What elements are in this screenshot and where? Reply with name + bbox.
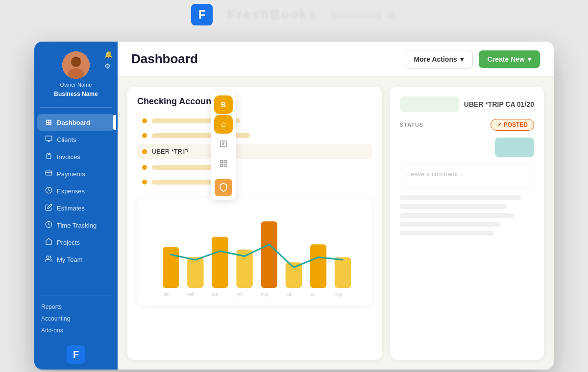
sidebar-item-time-tracking[interactable]: Time Tracking [37,217,115,233]
chart-bar [310,244,326,288]
sidebar-item-label: Estimates [57,205,85,212]
header-actions: More Actions ▾ Create New ▾ [405,50,540,69]
dashboard-content: Checking Account [127,87,544,360]
sidebar-item-clients[interactable]: Clients [37,131,115,148]
chart-label: Aug [335,292,342,297]
sidebar-item-my-team[interactable]: My Team [37,251,115,268]
transaction-item[interactable] [137,129,372,142]
chart-bar [261,221,277,288]
teal-block [495,138,534,157]
projects-icon [44,238,53,247]
chart-label: Feb [187,292,195,297]
chart-label: Mar [212,292,219,297]
chart-label: Jan [163,292,170,297]
app-name-blurred: FreshBooks [227,7,317,23]
status-row: STATUS ✓ POSTED [400,119,534,131]
detail-row [400,231,494,235]
notification-icon[interactable]: 🔔 [104,50,113,58]
transaction-dot [142,180,147,185]
transaction-label: UBER *TRIP [152,148,188,155]
chart-bar [212,237,228,288]
transaction-item-highlighted[interactable]: UBER *TRIP [137,144,372,159]
payments-icon [44,169,53,178]
chevron-down-icon: ▾ [460,55,464,63]
sidebar-divider [40,107,112,108]
freshbooks-logo-top: F [191,4,213,25]
sidebar-item-label: Payments [57,170,85,178]
sidebar-item-dashboard[interactable]: ⊞ Dashboard [37,114,115,131]
merchant-label: UBER *TRIP CA 01/20 [464,100,534,108]
main-body: Checking Account [118,77,554,370]
sidebar-item-label: Projects [57,239,80,246]
detail-rows [400,195,534,235]
sidebar-bottom-logo: F [34,339,118,370]
create-new-button[interactable]: Create New ▾ [479,50,540,68]
sidebar-item-payments[interactable]: Payments [37,165,115,182]
detail-top-row: UBER *TRIP CA 01/20 [400,96,534,112]
detail-row [400,213,514,218]
amount-placeholder [400,96,459,112]
more-actions-button[interactable]: More Actions ▾ [405,50,473,69]
sidebar-item-estimates[interactable]: Estimates [37,200,115,216]
main-content: Dashboard More Actions ▾ Create New ▾ Ch… [118,42,554,370]
inner-nav-letter-b[interactable]: B [214,95,233,114]
sidebar-divider-2 [40,296,112,296]
page-title: Dashboard [131,51,198,67]
transaction-dot [142,118,147,123]
sidebar-item-invoices[interactable]: Invoices [37,148,115,165]
bar-chart: Jan Feb Mar Apr May Jun Jul Aug [145,206,365,298]
sidebar-item-projects[interactable]: Projects [37,234,115,251]
checking-account-panel: Checking Account [127,87,382,360]
detail-row [400,195,521,200]
svg-rect-13 [224,164,226,166]
expenses-icon [44,186,53,195]
chart-label: Jun [286,292,293,297]
inner-nav-list[interactable] [214,135,233,153]
chart-bar [286,262,302,288]
status-value: POSTED [504,121,528,128]
sidebar-item-label: Invoices [57,153,80,161]
chart-container: Jan Feb Mar Apr May Jun Jul Aug [137,198,372,306]
transaction-item[interactable] [137,176,372,188]
transaction-item[interactable] [137,115,372,127]
avatar[interactable] [62,51,90,79]
svg-rect-12 [220,164,223,166]
sidebar-accounting-link[interactable]: Accounting [41,314,111,324]
chart-label: Jul [310,292,316,297]
transaction-dot [142,165,147,170]
my-team-icon [44,255,53,264]
transaction-item[interactable] [137,161,372,174]
transaction-dot [142,133,147,138]
freshbooks-logo-bottom[interactable]: F [67,345,85,364]
checking-account-title: Checking Account [137,96,214,107]
time-tracking-icon [44,221,53,230]
svg-rect-5 [46,171,52,175]
sidebar-item-expenses[interactable]: Expenses [37,183,115,199]
detail-row [400,222,501,227]
owner-name-label: Owner Name [60,82,92,88]
sidebar: 🔔 ⚙ Owner Name Business Name ⊞ Dashboard… [34,42,118,370]
transaction-detail-panel: UBER *TRIP CA 01/20 STATUS ✓ POSTED Leav [390,87,544,360]
top-branding-bar: F FreshBooks Invoicing ⚙ [0,0,588,29]
svg-rect-11 [224,161,226,163]
settings-icon[interactable]: ⚙ [104,62,113,70]
sidebar-item-label: Clients [57,136,76,143]
status-check-icon: ✓ [497,121,502,128]
sidebar-addons-link[interactable]: Add-ons [41,326,111,335]
inner-nav-grid[interactable] [214,154,233,173]
transaction-list: UBER *TRIP [137,115,372,188]
status-badge: ✓ POSTED [490,119,534,131]
dashboard-icon: ⊞ [44,118,53,127]
business-name-label: Business Name [54,91,98,97]
main-header: Dashboard More Actions ▾ Create New ▾ [118,42,554,77]
sidebar-profile: 🔔 ⚙ Owner Name Business Name [34,42,118,105]
inner-nav-home[interactable]: ⌂ [214,115,233,134]
inner-bottom-logo[interactable] [215,179,232,196]
comment-box[interactable]: Leave a comment... [400,164,534,188]
sidebar-reports-link[interactable]: Reports [41,302,111,312]
clients-icon [44,135,53,144]
app-window: 🔔 ⚙ Owner Name Business Name ⊞ Dashboard… [34,42,554,370]
sidebar-item-label: Time Tracking [57,222,97,229]
sidebar-nav: ⊞ Dashboard Clients Invoices P [34,110,118,294]
svg-point-8 [47,256,49,258]
